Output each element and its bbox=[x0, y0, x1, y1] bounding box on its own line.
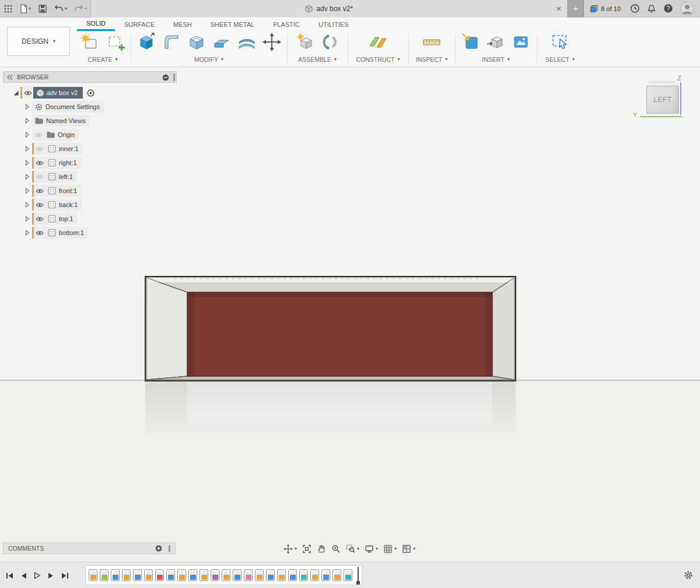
fillet-icon[interactable] bbox=[162, 32, 181, 54]
timeline-settings-gear-icon[interactable] bbox=[684, 570, 693, 580]
expand-arrow-icon[interactable] bbox=[23, 146, 32, 152]
document-tab[interactable]: adv box v2* × bbox=[90, 0, 568, 18]
visibility-eye-icon[interactable] bbox=[32, 129, 44, 141]
construction-plane-icon[interactable] bbox=[368, 32, 388, 54]
viewcube[interactable]: Z LEFT Y bbox=[629, 73, 696, 128]
visibility-eye-icon[interactable] bbox=[32, 199, 45, 211]
collapse-panel-icon[interactable] bbox=[7, 75, 13, 80]
expand-arrow-icon[interactable] bbox=[23, 216, 32, 222]
timeline-feature-sketch-icon[interactable] bbox=[122, 569, 131, 581]
expand-arrow-icon[interactable] bbox=[23, 104, 32, 110]
expand-arrow-icon[interactable] bbox=[23, 160, 32, 166]
pan-button[interactable] bbox=[317, 544, 326, 554]
browser-row-left-1[interactable]: left:1 bbox=[3, 170, 177, 184]
app-grid-icon[interactable] bbox=[0, 0, 16, 18]
expand-arrow-icon[interactable] bbox=[11, 90, 20, 96]
undo-button[interactable]: ▾ bbox=[51, 0, 71, 18]
timeline-feature-extrude-icon[interactable] bbox=[344, 569, 352, 581]
box-body[interactable] bbox=[145, 276, 516, 381]
tab-utilities[interactable]: UTILITIES bbox=[309, 18, 358, 31]
timeline-feature-extrude-icon[interactable] bbox=[111, 569, 120, 581]
measure-icon[interactable] bbox=[422, 32, 442, 54]
timeline-feature-extrude-icon[interactable] bbox=[266, 569, 275, 581]
timeline-feature-component-icon[interactable] bbox=[244, 569, 253, 581]
browser-row-document-settings[interactable]: Document Settings bbox=[3, 100, 177, 114]
tab-mesh[interactable]: MESH bbox=[164, 18, 201, 31]
group-select-dropdown[interactable]: SELECT ▾ bbox=[539, 56, 581, 63]
viewcube-front-face[interactable]: LEFT bbox=[646, 86, 679, 114]
visibility-eye-icon[interactable] bbox=[32, 185, 45, 197]
timeline-feature-sketch-icon[interactable] bbox=[310, 569, 319, 581]
expand-arrow-icon[interactable] bbox=[23, 174, 32, 180]
job-status-button[interactable] bbox=[626, 0, 643, 18]
version-status[interactable]: 8 of 10 bbox=[584, 5, 626, 13]
timeline-feature-sketch-icon[interactable] bbox=[255, 569, 264, 581]
timeline-feature-sketch-icon[interactable] bbox=[200, 569, 208, 581]
tab-surface[interactable]: SURFACE bbox=[115, 18, 164, 31]
visibility-eye-icon[interactable] bbox=[32, 143, 45, 155]
root-component-label[interactable]: adv box v2 bbox=[33, 87, 83, 99]
display-settings-button[interactable]: ▾ bbox=[365, 544, 378, 554]
timeline-feature-extrude-icon[interactable] bbox=[166, 569, 175, 581]
visibility-eye-icon[interactable] bbox=[32, 157, 45, 169]
canvas-image-icon[interactable] bbox=[511, 32, 531, 54]
save-button[interactable] bbox=[34, 0, 51, 18]
activate-component-radio[interactable] bbox=[87, 89, 94, 97]
box-back-wall[interactable] bbox=[187, 292, 492, 376]
timeline-position-marker[interactable] bbox=[358, 567, 359, 583]
create-form-icon[interactable] bbox=[79, 32, 100, 55]
timeline-feature-extrude-icon[interactable] bbox=[288, 569, 297, 581]
tab-plastic[interactable]: PLASTIC bbox=[264, 18, 309, 31]
panel-scrollbar-handle[interactable] bbox=[173, 74, 175, 81]
close-tab-icon[interactable]: × bbox=[556, 4, 562, 13]
timeline-track[interactable] bbox=[85, 565, 362, 585]
timeline-feature-extrude-icon[interactable] bbox=[233, 569, 242, 581]
play-button[interactable] bbox=[34, 571, 41, 582]
workspace-switcher[interactable]: DESIGN ▾ bbox=[7, 27, 70, 56]
redo-button[interactable]: ▾ bbox=[71, 0, 90, 18]
shell-icon[interactable] bbox=[187, 32, 206, 54]
group-modify-dropdown[interactable]: MODIFY ▾ bbox=[133, 56, 285, 63]
browser-row-top-1[interactable]: top:1 bbox=[3, 212, 177, 226]
expand-arrow-icon[interactable] bbox=[23, 132, 32, 138]
timeline-feature-sketch-icon[interactable] bbox=[222, 569, 230, 581]
expand-arrow-icon[interactable] bbox=[23, 230, 32, 236]
group-insert-dropdown[interactable]: INSERT ▾ bbox=[457, 56, 534, 63]
timeline-feature-component-icon[interactable] bbox=[100, 569, 108, 581]
visibility-eye-icon[interactable] bbox=[20, 87, 33, 99]
insert-derive-icon[interactable] bbox=[486, 32, 506, 54]
expand-arrow-icon[interactable] bbox=[23, 188, 32, 194]
new-component-icon[interactable] bbox=[295, 32, 315, 54]
browser-row-inner-1[interactable]: inner:1 bbox=[3, 142, 177, 156]
timeline-feature-sketch-icon[interactable] bbox=[144, 569, 153, 581]
tab-sheet-metal[interactable]: SHEET METAL bbox=[201, 18, 264, 31]
add-comment-icon[interactable] bbox=[155, 545, 162, 552]
step-back-button[interactable] bbox=[20, 571, 27, 582]
step-forward-button[interactable] bbox=[48, 571, 54, 582]
group-construct-dropdown[interactable]: CONSTRUCT ▾ bbox=[350, 56, 406, 63]
user-avatar[interactable] bbox=[677, 0, 700, 18]
visibility-eye-icon[interactable] bbox=[32, 171, 45, 183]
browser-row-bottom-1[interactable]: bottom:1 bbox=[3, 226, 177, 240]
comments-bar[interactable]: COMMENTS bbox=[3, 542, 176, 554]
timeline-feature-extrude-icon[interactable] bbox=[188, 569, 197, 581]
group-create-dropdown[interactable]: CREATE ▾ bbox=[76, 56, 130, 63]
grid-snaps-button[interactable]: ▾ bbox=[383, 544, 397, 554]
timeline-feature-sketch-icon[interactable] bbox=[177, 569, 186, 581]
insert-svg-icon[interactable] bbox=[461, 32, 481, 54]
go-to-end-button[interactable] bbox=[61, 571, 69, 582]
group-assemble-dropdown[interactable]: ASSEMBLE ▾ bbox=[289, 56, 345, 63]
visibility-eye-icon[interactable] bbox=[32, 227, 45, 239]
timeline-feature-sketch-icon[interactable] bbox=[89, 569, 97, 581]
new-tab-button[interactable]: + bbox=[568, 0, 584, 18]
group-inspect-dropdown[interactable]: INSPECT ▾ bbox=[411, 56, 453, 63]
orbit-button[interactable]: ▾ bbox=[284, 544, 297, 554]
visibility-eye-icon[interactable] bbox=[32, 213, 45, 225]
minimize-panel-icon[interactable] bbox=[162, 74, 169, 82]
press-pull-icon[interactable] bbox=[136, 32, 156, 54]
browser-row-origin[interactable]: Origin bbox=[3, 128, 177, 142]
viewcube-top-face[interactable] bbox=[646, 82, 679, 86]
select-icon[interactable] bbox=[550, 32, 570, 54]
viewports-button[interactable]: ▾ bbox=[402, 544, 415, 554]
expand-arrow-icon[interactable] bbox=[23, 202, 32, 208]
